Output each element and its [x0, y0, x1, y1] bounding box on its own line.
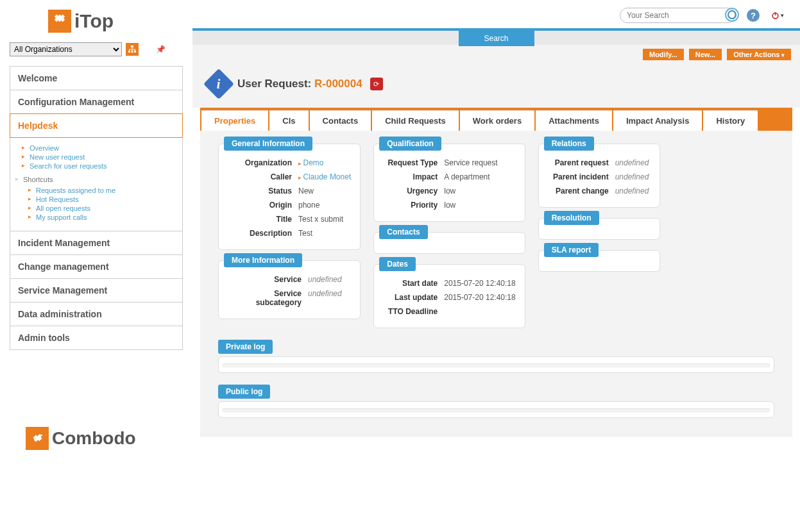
urgency-label: Urgency	[383, 187, 444, 195]
search-panel-toggle[interactable]: Search	[458, 31, 534, 46]
organization-select[interactable]: All Organizations	[10, 42, 122, 56]
help-icon[interactable]: ?	[747, 9, 760, 22]
private-log-box[interactable]	[218, 356, 774, 373]
tab-history[interactable]: History	[703, 110, 758, 131]
public-log-legend: Public log	[218, 385, 270, 399]
nav-incident[interactable]: Incident Management	[10, 231, 183, 255]
nav-data-admin[interactable]: Data administration	[10, 302, 183, 326]
search-icon[interactable]	[725, 8, 739, 22]
qualification-legend: Qualification	[379, 137, 441, 151]
subnav-assigned[interactable]: Requests assigned to me	[36, 186, 174, 195]
subnav-search-requests[interactable]: Search for user requests	[30, 162, 174, 170]
caller-label: Caller	[228, 172, 298, 181]
dates-legend: Dates	[379, 257, 416, 271]
tab-cls[interactable]: Cls	[269, 110, 308, 131]
desc-label: Description	[228, 229, 298, 238]
tto-label: TTO Deadline	[383, 307, 444, 316]
more-info-box: More Information Serviceundefined Servic…	[218, 260, 361, 319]
tab-contacts[interactable]: Contacts	[310, 110, 371, 131]
org-tree-button[interactable]	[126, 43, 139, 56]
search-banner: Search	[192, 28, 800, 45]
brand-icon	[48, 10, 71, 33]
footer-brand-name: Combodo	[52, 428, 136, 449]
start-label: Start date	[383, 279, 444, 288]
priority-label: Priority	[383, 201, 444, 210]
preq-label: Parent request	[548, 158, 615, 167]
footer-brand: Combodo	[26, 427, 183, 450]
last-value: 2015-07-20 12:40:18	[444, 293, 515, 302]
power-menu-icon[interactable]	[771, 9, 784, 22]
impact-label: Impact	[383, 172, 444, 181]
org-label: Organization	[228, 158, 298, 167]
desc-value: Test	[298, 229, 312, 238]
tab-impact-analysis[interactable]: Impact Analysis	[613, 110, 702, 131]
service-value: undefined	[308, 275, 342, 284]
status-label: Status	[228, 187, 298, 195]
private-log-legend: Private log	[218, 340, 273, 354]
modify-button[interactable]: Modify...	[643, 49, 684, 60]
tab-work-orders[interactable]: Work orders	[460, 110, 534, 131]
resolution-box: Resolution	[538, 218, 660, 240]
tab-child-requests[interactable]: Child Requests	[372, 110, 459, 131]
nav-config-management[interactable]: Configuration Management	[10, 90, 183, 114]
brand-name: iTop	[74, 10, 114, 32]
nav-helpdesk[interactable]: Helpdesk	[10, 113, 183, 138]
global-search-input[interactable]	[620, 8, 735, 23]
svg-rect-3	[134, 51, 136, 53]
pinc-value: undefined	[615, 172, 649, 181]
svg-rect-0	[131, 46, 133, 47]
last-label: Last update	[383, 293, 444, 302]
sla-box: SLA report	[538, 250, 660, 272]
subnav-hot[interactable]: Hot Requests	[36, 195, 174, 204]
nav-service[interactable]: Service Management	[10, 278, 183, 303]
other-actions-button[interactable]: Other Actions	[727, 49, 791, 60]
title-value: Test x submit	[298, 215, 343, 224]
relations-legend: Relations	[544, 137, 594, 151]
title-label: Title	[228, 215, 298, 224]
org-value[interactable]: Demo	[298, 158, 324, 167]
origin-value: phone	[298, 201, 319, 210]
subcat-value: undefined	[308, 289, 342, 307]
nav-change[interactable]: Change management	[10, 254, 183, 279]
refresh-icon[interactable]: ⟳	[370, 78, 383, 90]
subnav-my-calls[interactable]: My support calls	[36, 213, 174, 222]
subcat-label: Service subcategory	[228, 289, 308, 307]
new-button[interactable]: New...	[689, 49, 722, 60]
dates-box: Dates Start date2015-07-20 12:40:18 Last…	[373, 264, 525, 328]
info-icon: i	[203, 69, 234, 99]
nav-welcome[interactable]: Welcome	[10, 66, 183, 90]
svg-rect-2	[132, 51, 133, 53]
origin-label: Origin	[228, 201, 298, 210]
page-title: User Request: R-000004	[237, 78, 362, 90]
pchg-value: undefined	[615, 187, 649, 195]
reqtype-value: Service request	[444, 158, 497, 167]
tabs: Properties Cls Contacts Child Requests W…	[200, 108, 792, 131]
contacts-legend: Contacts	[379, 225, 427, 239]
request-id: R-000004	[314, 78, 362, 90]
tab-attachments[interactable]: Attachments	[536, 110, 612, 131]
nav-helpdesk-submenu: Overview New user request Search for use…	[10, 137, 183, 231]
public-log-box[interactable]	[218, 401, 774, 418]
general-info-box: General Information OrganizationDemo Cal…	[218, 144, 361, 250]
service-label: Service	[228, 275, 308, 284]
pchg-label: Parent change	[548, 187, 615, 195]
footer-brand-icon	[26, 427, 49, 450]
caller-value[interactable]: Claude Monet	[298, 172, 351, 181]
contacts-box: Contacts	[373, 232, 525, 254]
subnav-all-open[interactable]: All open requests	[36, 204, 174, 213]
start-value: 2015-07-20 12:40:18	[444, 279, 515, 288]
relations-box: Relations Parent requestundefined Parent…	[538, 144, 660, 208]
pinc-label: Parent incident	[548, 172, 615, 181]
qualification-box: Qualification Request TypeService reques…	[373, 144, 525, 222]
subnav-overview[interactable]: Overview	[30, 144, 174, 153]
preq-value: undefined	[615, 158, 649, 167]
impact-value: A department	[444, 172, 489, 181]
nav-admin-tools[interactable]: Admin tools	[10, 326, 183, 350]
subnav-shortcuts-label: Shortcuts	[23, 176, 174, 183]
tab-properties[interactable]: Properties	[201, 110, 268, 131]
pin-icon[interactable]: 📌	[154, 43, 167, 56]
subnav-new-request[interactable]: New user request	[30, 153, 174, 162]
urgency-value: low	[444, 187, 455, 195]
sla-legend: SLA report	[544, 243, 599, 257]
reqtype-label: Request Type	[383, 158, 444, 167]
